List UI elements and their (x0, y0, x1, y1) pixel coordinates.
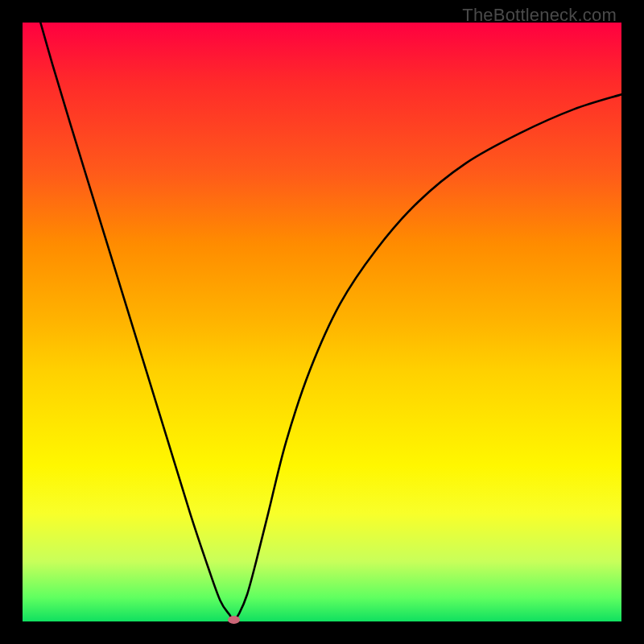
chart-stage: TheBottleneck.com (0, 0, 644, 644)
bottleneck-curve (23, 23, 621, 621)
watermark-text: TheBottleneck.com (462, 5, 617, 26)
plot-area (23, 23, 621, 621)
curve-path (40, 23, 621, 620)
minimum-marker (228, 616, 240, 624)
